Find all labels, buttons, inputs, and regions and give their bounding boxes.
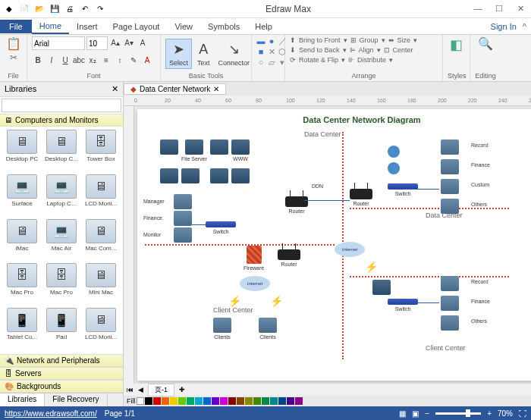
zoom-slider[interactable] [435,412,481,415]
align-icon[interactable]: ⊫ [350,46,356,54]
sign-in-link[interactable]: Sign In [491,22,517,31]
color-swatch[interactable] [253,397,261,405]
color-swatch[interactable] [203,397,211,405]
node-server[interactable] [160,139,178,156]
color-swatch[interactable] [187,397,194,405]
bring-front-icon[interactable]: ⬆ [290,36,296,44]
node-router-1[interactable]: Router [285,196,308,214]
font-name-select[interactable] [32,36,85,50]
node-monitor-r[interactable] [441,179,459,196]
increase-font-icon[interactable]: A▴ [109,36,121,49]
color-swatch[interactable] [162,397,169,405]
user-icon[interactable] [388,162,400,174]
node-monitor-device[interactable] [174,194,192,211]
node-monitor-b[interactable] [441,296,459,312]
canvas[interactable]: Data Center Network Diagram Data Center … [137,109,531,381]
node-clients-2[interactable]: Clients [259,318,277,340]
tab-page-layout[interactable]: Page Layout [105,20,168,33]
doc-tab-close-icon[interactable]: ✕ [213,85,219,93]
page-nav-first[interactable]: ⏮ [127,386,134,393]
tab-symbols[interactable]: Symbols [200,20,247,33]
node-server-bot[interactable] [372,280,391,296]
shape-item[interactable]: 💻Laptop C... [42,174,80,218]
tab-view[interactable]: View [167,20,200,33]
node-monitor-r[interactable] [441,139,459,156]
rotate-label[interactable]: Rotate & Flip [299,56,338,64]
color-swatch[interactable] [137,397,144,405]
node-monitor-device[interactable] [174,227,192,244]
shape-item[interactable]: 🗄Tower Box [82,130,120,173]
clipboard-icon[interactable]: ✂ [10,52,17,63]
minimize-button[interactable]: — [470,4,485,14]
tab-help[interactable]: Help [247,20,280,33]
shape-item[interactable]: 📱Pad [42,308,80,351]
node-internet-2[interactable]: Internet [240,276,270,291]
color-swatch[interactable] [237,397,244,405]
shape-item[interactable]: 🗄Mac Pro [42,263,80,306]
tab-home[interactable]: Home [32,19,69,34]
node-server[interactable] [160,168,178,185]
maximize-button[interactable]: ☐ [492,4,507,14]
node-server[interactable] [210,139,228,156]
color-swatch[interactable] [270,397,278,405]
save-icon[interactable]: 💾 [49,3,61,15]
open-icon[interactable]: 📂 [33,3,46,15]
shape-item[interactable]: 📱Tablet Co... [3,308,41,351]
page-add-icon[interactable]: ✚ [179,386,185,393]
color-swatch[interactable] [287,397,294,405]
color-swatch[interactable] [220,397,228,405]
color-swatch[interactable] [278,397,286,405]
node-fireware[interactable]: Fireware [244,246,264,271]
node-server[interactable] [210,168,228,185]
category-servers[interactable]: 🗄Servers [0,367,123,380]
send-back-label[interactable]: Send to Back [299,46,340,54]
node-monitor-b[interactable] [441,276,459,293]
shape-item[interactable]: 💻Mac Air [42,219,80,262]
styles-label[interactable]: Styles [448,71,465,80]
search-input[interactable] [2,99,121,112]
color-swatch[interactable] [212,397,219,405]
node-monitor-r[interactable] [441,199,459,215]
color-swatch[interactable] [170,397,178,405]
paste-icon[interactable]: 📋 [6,36,21,51]
group-icon[interactable]: ⊞ [350,36,357,44]
group-label[interactable]: Group [360,36,379,44]
sidebar-close-icon[interactable]: ✕ [112,84,118,94]
size-icon[interactable]: ⬌ [388,36,394,44]
shape-item[interactable]: 🖥LCD Moni... [82,174,120,218]
color-swatch[interactable] [195,397,203,405]
user-icon[interactable] [388,146,400,158]
clear-format-icon[interactable]: A [137,36,149,49]
node-server[interactable] [231,168,250,185]
center-icon[interactable]: ⊡ [384,46,390,54]
node-monitor-device[interactable] [174,211,192,227]
node-www[interactable]: WWW [231,139,250,161]
distribute-icon[interactable]: ⊪ [348,56,354,64]
color-swatch[interactable] [153,397,161,405]
undo-icon[interactable]: ↶ [79,3,91,15]
shape-item[interactable]: 🖥Desktop PC [3,130,41,173]
node-manager[interactable]: Manager [143,199,165,204]
view-mode-icon[interactable]: ▣ [412,409,419,418]
send-back-icon[interactable]: ⬇ [290,46,296,54]
document-tab[interactable]: ◆ Data Center Network ✕ [124,83,226,95]
connector-tool[interactable]: ↘ Connector [215,39,253,68]
category-computers[interactable]: 🖥 Computers and Monitors [0,114,123,127]
node-clients-1[interactable]: Clients [213,318,231,340]
node-switch-right-top[interactable]: Switch [388,183,418,196]
decrease-font-icon[interactable]: A▾ [123,36,135,49]
styles-icon[interactable]: ◧ [450,36,463,53]
close-button[interactable]: ✕ [513,4,528,14]
subscript-button[interactable]: x₂ [86,54,99,66]
fit-page-icon[interactable]: ⛶ [519,409,526,418]
ribbon-collapse-icon[interactable]: ^ [523,22,526,31]
tab-file-recovery[interactable]: File Recovery [45,393,107,406]
shape-item[interactable]: 🖥iMac [3,219,41,262]
node-file-server[interactable]: File Server [181,139,207,161]
tab-insert[interactable]: Insert [69,20,105,33]
find-icon[interactable]: 🔍 [478,36,493,51]
color-swatch[interactable] [178,397,186,405]
zoom-in-icon[interactable]: + [487,409,492,418]
node-switch-left[interactable]: Switch [206,221,236,234]
node-switch-right-bot[interactable]: Switch [388,299,418,312]
